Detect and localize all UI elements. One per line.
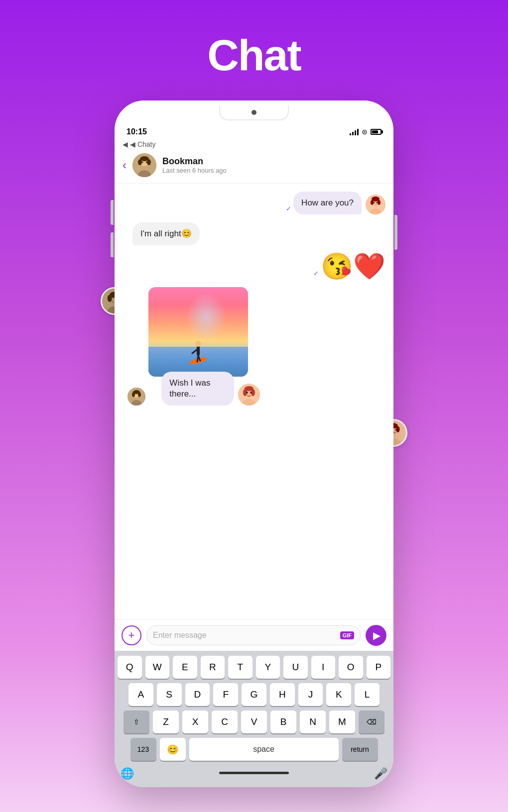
delete-key[interactable]: ⌫ — [359, 710, 384, 733]
key-a[interactable]: A — [128, 683, 153, 706]
svg-point-14 — [395, 429, 397, 431]
send-icon: ▶ — [373, 629, 381, 641]
key-h[interactable]: H — [270, 683, 295, 706]
notch — [219, 105, 289, 120]
key-x[interactable]: X — [182, 710, 208, 733]
status-bar: 10:15 ⊜ — [115, 120, 393, 138]
key-p[interactable]: P — [367, 656, 391, 679]
key-o[interactable]: O — [339, 656, 363, 679]
svg-point-20 — [147, 159, 151, 165]
contact-avatar — [132, 153, 156, 177]
svg-point-22 — [146, 162, 147, 163]
keyboard-row-1: Q W E R T Y U I O P — [118, 656, 390, 679]
shift-key[interactable]: ⇧ — [124, 710, 149, 733]
keyboard-row-4: 123 😊 space return — [118, 738, 390, 761]
message-bubble: I'm all right😊 — [132, 222, 200, 245]
key-u[interactable]: U — [283, 656, 308, 679]
phone-frame: 10:15 ⊜ ◀ ◀ Chaty — [115, 101, 393, 787]
key-n[interactable]: N — [300, 710, 326, 733]
emoji-message: 😘❤️ — [321, 253, 385, 279]
microphone-icon[interactable]: 🎤 — [374, 767, 387, 780]
header-back-button[interactable]: ‹ — [123, 158, 127, 172]
battery-icon — [371, 129, 381, 135]
space-key[interactable]: space — [189, 738, 339, 761]
key-k[interactable]: K — [326, 683, 351, 706]
gif-button[interactable]: GIF — [340, 631, 354, 639]
key-d[interactable]: D — [185, 683, 210, 706]
shared-image — [148, 287, 248, 377]
key-z[interactable]: Z — [153, 710, 179, 733]
key-t[interactable]: T — [228, 656, 253, 679]
svg-point-35 — [132, 392, 135, 397]
svg-line-40 — [192, 350, 197, 353]
return-key[interactable]: return — [342, 738, 378, 761]
message-input-field[interactable]: Enter message GIF — [146, 625, 361, 645]
key-y[interactable]: Y — [256, 656, 280, 679]
svg-point-49 — [246, 392, 248, 394]
input-placeholder: Enter message — [153, 631, 207, 640]
message-text: How are you? — [301, 198, 354, 207]
svg-point-19 — [138, 159, 142, 165]
key-w[interactable]: W — [145, 656, 170, 679]
key-e[interactable]: E — [173, 656, 197, 679]
svg-point-27 — [371, 200, 374, 205]
svg-point-39 — [195, 341, 201, 347]
message-input-area: + Enter message GIF ▶ — [115, 619, 393, 651]
camera-dot — [252, 110, 256, 115]
key-s[interactable]: S — [157, 683, 182, 706]
key-f[interactable]: F — [213, 683, 238, 706]
message-row: I'm all right😊 — [123, 222, 385, 245]
key-c[interactable]: C — [212, 710, 238, 733]
svg-point-29 — [374, 202, 375, 203]
numbers-key[interactable]: 123 — [130, 738, 156, 761]
keyboard-row-2: A S D F G H J K L — [118, 683, 390, 706]
chat-body: ✓ How are you? — [115, 184, 393, 619]
back-label: ◀ Chaty — [130, 140, 155, 148]
key-l[interactable]: L — [355, 683, 380, 706]
key-q[interactable]: Q — [118, 656, 142, 679]
message-text: I'm all right😊 — [140, 229, 192, 238]
sender-avatar-caption — [238, 384, 260, 406]
globe-icon[interactable]: 🌐 — [121, 767, 134, 780]
volume-down-button — [111, 232, 114, 257]
svg-point-30 — [377, 202, 378, 203]
signal-icon — [350, 128, 359, 135]
image-with-caption: Wish I was there... — [148, 287, 260, 406]
key-g[interactable]: G — [242, 683, 266, 706]
key-j[interactable]: J — [298, 683, 323, 706]
key-b[interactable]: B — [270, 710, 296, 733]
sender-avatar — [366, 195, 385, 214]
add-attachment-button[interactable]: + — [122, 625, 141, 645]
phone-screen: 10:15 ⊜ ◀ ◀ Chaty — [115, 101, 393, 787]
back-arrow-icon: ◀ — [123, 140, 128, 148]
key-m[interactable]: M — [329, 710, 355, 733]
key-v[interactable]: V — [241, 710, 267, 733]
caption-text: Wish I was there... — [169, 378, 210, 399]
chat-header: ‹ Bookman Last see — [115, 149, 393, 184]
svg-point-36 — [138, 392, 141, 397]
key-i[interactable]: I — [311, 656, 336, 679]
wifi-icon: ⊜ — [362, 128, 368, 136]
caption-bubble: Wish I was there... — [161, 372, 234, 406]
power-button — [394, 215, 397, 250]
contact-name: Bookman — [162, 156, 385, 167]
status-icons: ⊜ — [350, 128, 381, 136]
send-button[interactable]: ▶ — [366, 625, 386, 646]
contact-info: Bookman Last seen 6 hours ago — [162, 156, 385, 174]
message-bubble: How are you? — [293, 192, 362, 214]
svg-point-28 — [378, 200, 381, 205]
caption-row: Wish I was there... — [148, 372, 260, 406]
key-r[interactable]: R — [201, 656, 225, 679]
keyboard: Q W E R T Y U I O P A S D F G — [115, 651, 393, 787]
notch-area — [115, 101, 393, 120]
emoji-key[interactable]: 😊 — [160, 738, 186, 761]
keyboard-row-3: ⇧ Z X C V B N M ⌫ — [118, 710, 390, 733]
message-row: ✓ How are you? — [123, 192, 385, 214]
home-indicator — [219, 772, 289, 774]
svg-point-5 — [108, 295, 112, 302]
check-icon: ✓ — [286, 205, 291, 212]
page-title: Chat — [207, 30, 301, 81]
contact-status: Last seen 6 hours ago — [162, 167, 385, 174]
check-icon: ✓ — [313, 270, 319, 277]
nav-back[interactable]: ◀ ◀ Chaty — [115, 138, 393, 149]
